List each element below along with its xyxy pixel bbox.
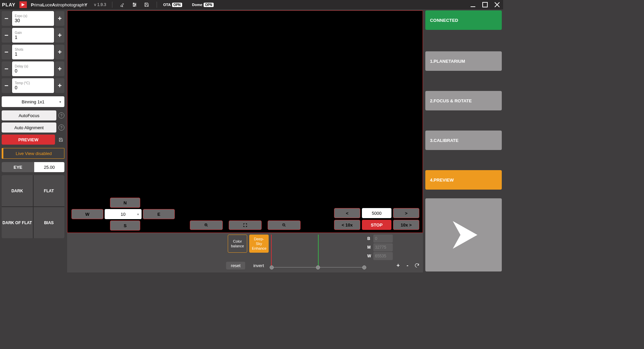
version-label: v 1.9.3 xyxy=(94,2,106,7)
gain-control: − Gain 1 + xyxy=(2,28,64,43)
histogram-green-marker xyxy=(318,235,319,268)
zoom-fit-button[interactable] xyxy=(229,220,262,230)
brand-name: PrimaLuceAstrophotographY xyxy=(31,2,87,7)
level-m-input[interactable] xyxy=(373,243,393,251)
svg-point-2 xyxy=(134,6,135,7)
direction-pad: N W 10▾ E S xyxy=(71,198,179,231)
step-left-button[interactable]: < xyxy=(334,208,360,218)
reset-button[interactable]: reset xyxy=(226,262,245,269)
zoom-in-button[interactable] xyxy=(190,220,223,230)
step-left-10x-button[interactable]: < 10x xyxy=(334,220,360,230)
dome-status[interactable]: Dome OPN xyxy=(192,3,214,7)
go-button[interactable] xyxy=(425,198,502,271)
expo-minus[interactable]: − xyxy=(2,11,11,26)
direction-west-button[interactable]: W xyxy=(71,209,103,219)
frame-bias-button[interactable]: BIAS xyxy=(34,207,65,238)
sliders-icon[interactable] xyxy=(130,1,139,9)
stretch-minus-button[interactable]: - xyxy=(404,262,411,269)
eye-label: EYE xyxy=(2,162,34,172)
nav-planetarium[interactable]: 1.PLANETARIUM xyxy=(425,51,502,71)
svg-rect-3 xyxy=(483,2,487,7)
refresh-icon[interactable] xyxy=(414,262,420,269)
invert-button[interactable]: invert xyxy=(249,262,269,269)
nav-focus-rotate[interactable]: 2.FOCUS & ROTATE xyxy=(425,91,502,110)
focuser-controls: < 5000 > < 10x STOP 10x > xyxy=(334,208,419,230)
delay-plus[interactable]: + xyxy=(55,61,64,76)
shots-field[interactable]: Shots 1 xyxy=(12,45,54,59)
chevron-down-icon: ▾ xyxy=(137,212,139,216)
histogram-slider[interactable] xyxy=(271,235,365,271)
deep-sky-enhance-button[interactable]: Deep-SkyEnhance xyxy=(249,235,269,253)
shots-minus[interactable]: − xyxy=(2,45,11,59)
expo-control: − Expo (s) 30 + xyxy=(2,11,64,26)
temp-plus[interactable]: + xyxy=(55,78,64,93)
chevron-down-icon: ▾ xyxy=(59,100,61,104)
live-view-status: Live View disabled xyxy=(2,148,64,159)
level-w-input[interactable] xyxy=(373,252,393,260)
stop-button[interactable]: STOP xyxy=(362,220,391,230)
gain-minus[interactable]: − xyxy=(2,28,11,43)
bmw-levels: B M W xyxy=(367,235,393,271)
nav-preview[interactable]: 4.PREVIEW xyxy=(425,170,502,190)
maximize-icon[interactable] xyxy=(481,1,489,9)
temp-control: − Temp (°C) 0 + xyxy=(2,78,64,93)
color-balance-button[interactable]: Colorbalance xyxy=(228,235,247,253)
direction-speed-select[interactable]: 10▾ xyxy=(105,209,142,219)
expo-field[interactable]: Expo (s) 30 xyxy=(12,11,54,26)
ota-status[interactable]: OTA OPN xyxy=(163,3,182,7)
direction-south-button[interactable]: S xyxy=(110,220,140,231)
gain-field[interactable]: Gain 1 xyxy=(12,28,54,43)
preview-button[interactable]: PREVIEW xyxy=(2,135,55,145)
frame-darkofflat-button[interactable]: DARK OF FLAT xyxy=(2,207,33,238)
histogram-handle-mid[interactable] xyxy=(316,265,320,269)
bottom-tools: + - xyxy=(395,235,420,271)
topbar: PLAY PrimaLuceAstrophotographY v 1.9.3 O… xyxy=(0,0,503,9)
svg-point-1 xyxy=(135,4,136,5)
connection-status[interactable]: CONNECTED xyxy=(425,10,502,30)
step-value[interactable]: 5000 xyxy=(362,208,391,218)
telescope-icon[interactable] xyxy=(118,1,126,9)
histogram-handle-black[interactable] xyxy=(270,265,274,269)
frame-flat-button[interactable]: FLAT xyxy=(34,175,65,206)
autofocus-button[interactable]: AutoFocus xyxy=(2,110,56,120)
shots-plus[interactable]: + xyxy=(55,45,64,59)
temp-field[interactable]: Temp (°C) 0 xyxy=(12,78,54,93)
binning-select[interactable]: Binning 1x1 ▾ xyxy=(2,96,64,107)
histogram-handle-white[interactable] xyxy=(362,265,366,269)
direction-east-button[interactable]: E xyxy=(143,209,175,219)
main-panel: N W 10▾ E S < 5000 xyxy=(66,9,424,272)
close-icon[interactable] xyxy=(493,1,501,9)
svg-point-0 xyxy=(133,3,134,4)
expo-plus[interactable]: + xyxy=(55,11,64,26)
save-icon[interactable] xyxy=(143,1,151,9)
image-viewport[interactable]: N W 10▾ E S < 5000 xyxy=(67,10,423,233)
direction-north-button[interactable]: N xyxy=(110,198,140,208)
gain-plus[interactable]: + xyxy=(55,28,64,43)
level-b-input[interactable] xyxy=(373,235,393,243)
temp-minus[interactable]: − xyxy=(2,78,11,93)
step-right-10x-button[interactable]: 10x > xyxy=(393,220,419,230)
zoom-out-button[interactable] xyxy=(268,220,301,230)
delay-field[interactable]: Delay (s) 0 xyxy=(12,61,54,76)
minimize-icon[interactable] xyxy=(469,1,477,9)
eye-control: EYE 25.00 xyxy=(2,162,64,172)
zoom-controls xyxy=(190,220,301,230)
histogram-red-marker xyxy=(271,235,272,268)
autoalign-info-icon[interactable]: ? xyxy=(58,124,64,131)
eye-value[interactable]: 25.00 xyxy=(34,162,64,172)
bottom-panel: Colorbalance Deep-SkyEnhance reset inver… xyxy=(67,233,423,272)
left-panel: − Expo (s) 30 + − Gain 1 + − Shots 1 + − xyxy=(0,9,66,272)
stretch-plus-button[interactable]: + xyxy=(395,262,401,269)
nav-calibrate[interactable]: 3.CALIBRATE xyxy=(425,131,502,150)
auto-alignment-button[interactable]: Auto Alignment xyxy=(2,122,56,133)
shots-control: − Shots 1 + xyxy=(2,45,64,59)
app-logo xyxy=(19,1,27,8)
autofocus-info-icon[interactable]: ? xyxy=(58,112,64,118)
save-preview-icon[interactable] xyxy=(57,136,64,143)
delay-minus[interactable]: − xyxy=(2,61,11,76)
play-label: PLAY xyxy=(2,2,15,7)
divider xyxy=(157,2,157,8)
frame-dark-button[interactable]: DARK xyxy=(2,175,33,206)
delay-control: − Delay (s) 0 + xyxy=(2,61,64,76)
step-right-button[interactable]: > xyxy=(393,208,419,218)
